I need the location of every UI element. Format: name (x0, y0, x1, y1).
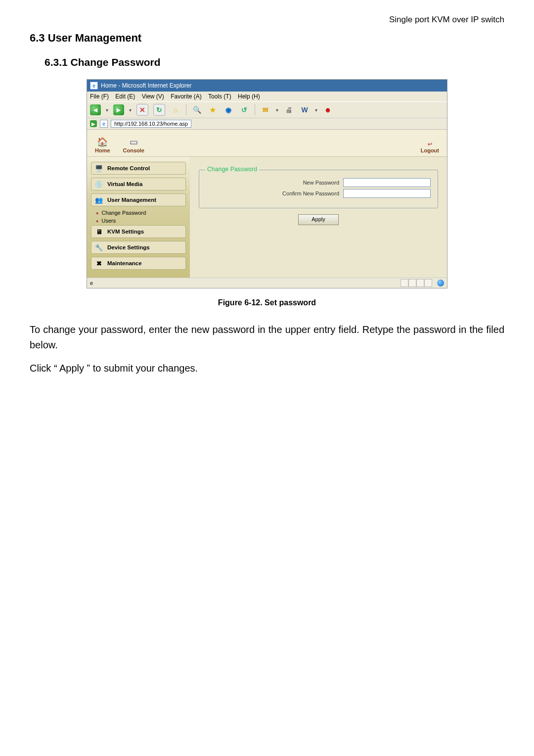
menu-view[interactable]: View (V) (142, 93, 164, 100)
toolbar-dropdown-icon[interactable]: ▾ (276, 107, 278, 113)
subsection-heading: 6.3.1 Change Password (44, 56, 504, 68)
sidebar-item-user-management[interactable]: 👥 User Management (91, 193, 186, 206)
print-icon[interactable]: 🖨 (283, 104, 294, 115)
search-icon[interactable]: 🔍 (191, 104, 202, 115)
page-icon: e (100, 120, 108, 128)
new-password-label: New Password (206, 180, 339, 186)
menu-favorite[interactable]: Favorite (A) (171, 93, 202, 100)
back-icon[interactable]: ◄ (90, 104, 101, 115)
disc-icon: 💿 (94, 180, 103, 189)
mail-icon[interactable]: ✉ (260, 104, 271, 115)
sidebar-sub-change-password[interactable]: Change Password (91, 209, 186, 216)
doc-header: Single port KVM over IP switch (30, 15, 504, 25)
toolbar-dropdown-icon[interactable]: ▾ (315, 107, 317, 113)
sidebar-sub-users[interactable]: Users (91, 217, 186, 224)
sidebar-item-label: Device Settings (107, 244, 150, 250)
console-tab-icon: ▭ (127, 137, 140, 147)
ie-toolbar: ◄ ▾ ► ▾ ✕ ↻ ⌂ 🔍 ★ ◉ ↺ ✉ ▾ 🖨 W ▾ ☻ (87, 101, 447, 118)
media-icon[interactable]: ◉ (223, 104, 234, 115)
console-tab-label: Console (123, 147, 144, 153)
confirm-password-input[interactable] (343, 189, 431, 198)
menu-tools[interactable]: Tools (T) (208, 93, 231, 100)
refresh-icon[interactable]: ↻ (153, 104, 165, 116)
messenger-icon[interactable]: ☻ (322, 104, 333, 115)
sidebar-item-label: Virtual Media (107, 181, 142, 187)
menu-edit[interactable]: Edit (E) (115, 93, 135, 100)
logout-label: Logout (421, 147, 439, 153)
logout-tab[interactable]: ↩ Logout (421, 141, 439, 156)
new-password-input[interactable] (343, 178, 431, 187)
status-segment (416, 279, 424, 287)
window-titlebar: e Home - Microsoft Internet Explorer (87, 80, 447, 92)
status-segment (408, 279, 416, 287)
kvm-icon: 🖥 (94, 227, 103, 236)
menu-help[interactable]: Help (H) (238, 93, 260, 100)
confirm-password-label: Confirm New Password (206, 190, 339, 196)
sidebar-item-label: Maintenance (107, 260, 142, 266)
maintenance-icon: ✖ (94, 259, 103, 268)
sidebar-item-device-settings[interactable]: 🔧 Device Settings (91, 241, 186, 254)
window-title: Home - Microsoft Internet Explorer (101, 82, 191, 89)
home-tab-label: Home (95, 147, 110, 153)
monitor-icon: 🖥️ (94, 164, 103, 173)
status-segment (400, 279, 408, 287)
toolbar-dropdown-icon[interactable]: ▾ (129, 107, 132, 113)
stop-icon[interactable]: ✕ (136, 104, 148, 116)
settings-icon: 🔧 (94, 243, 103, 252)
change-password-fieldset: Change Password New Password Confirm New… (199, 170, 438, 208)
section-heading: 6.3 User Management (30, 32, 504, 45)
apply-button[interactable]: Apply (298, 214, 339, 225)
figure-caption: Figure 6-12. Set password (30, 298, 504, 307)
sidebar-item-label: Remote Control (107, 165, 150, 171)
home-tab[interactable]: 🏠 Home (95, 137, 110, 156)
sidebar-item-label: User Management (107, 197, 156, 203)
logout-icon: ↩ (428, 141, 432, 147)
home-tab-icon: 🏠 (96, 137, 109, 147)
history-icon[interactable]: ↺ (239, 104, 250, 115)
sidebar: 🖥️ Remote Control 💿 Virtual Media 👥 User… (87, 157, 190, 278)
sidebar-item-virtual-media[interactable]: 💿 Virtual Media (91, 178, 186, 190)
fieldset-legend: Change Password (205, 166, 259, 173)
ie-icon: e (90, 82, 98, 90)
sidebar-item-kvm-settings[interactable]: 🖥 KVM Settings (91, 225, 186, 238)
ie-menubar[interactable]: File (F) Edit (E) View (V) Favorite (A) … (87, 92, 447, 101)
page-icon: e (90, 280, 93, 286)
sidebar-item-maintenance[interactable]: ✖ Maintenance (91, 257, 186, 270)
menu-file[interactable]: File (F) (90, 93, 109, 100)
internet-zone-icon (437, 280, 444, 286)
sidebar-item-remote-control[interactable]: 🖥️ Remote Control (91, 162, 186, 175)
toolbar-separator (255, 104, 255, 115)
home-icon[interactable]: ⌂ (170, 104, 181, 115)
toolbar-dropdown-icon[interactable]: ▾ (106, 107, 108, 113)
screenshot-window: e Home - Microsoft Internet Explorer Fil… (87, 79, 447, 288)
favorites-icon[interactable]: ★ (207, 104, 218, 115)
app-tabbar: 🏠 Home ▭ Console ↩ Logout (87, 130, 447, 157)
word-icon[interactable]: W (299, 104, 310, 115)
main-content: Change Password New Password Confirm New… (190, 157, 447, 278)
ie-statusbar: e (87, 278, 447, 288)
address-field[interactable]: http://192.168.10.23/home.asp (111, 120, 191, 128)
status-segment (424, 279, 432, 287)
sidebar-item-label: KVM Settings (107, 229, 144, 235)
users-icon: 👥 (94, 195, 103, 204)
toolbar-separator (186, 104, 186, 115)
ie-addressbar: ▶ e http://192.168.10.23/home.asp (87, 118, 447, 130)
forward-icon[interactable]: ► (113, 104, 124, 115)
body-paragraph: To change your password, enter the new p… (30, 322, 504, 353)
body-paragraph: Click “ Apply ” to submit your changes. (30, 361, 504, 376)
console-tab[interactable]: ▭ Console (123, 137, 144, 156)
go-icon[interactable]: ▶ (90, 120, 97, 127)
